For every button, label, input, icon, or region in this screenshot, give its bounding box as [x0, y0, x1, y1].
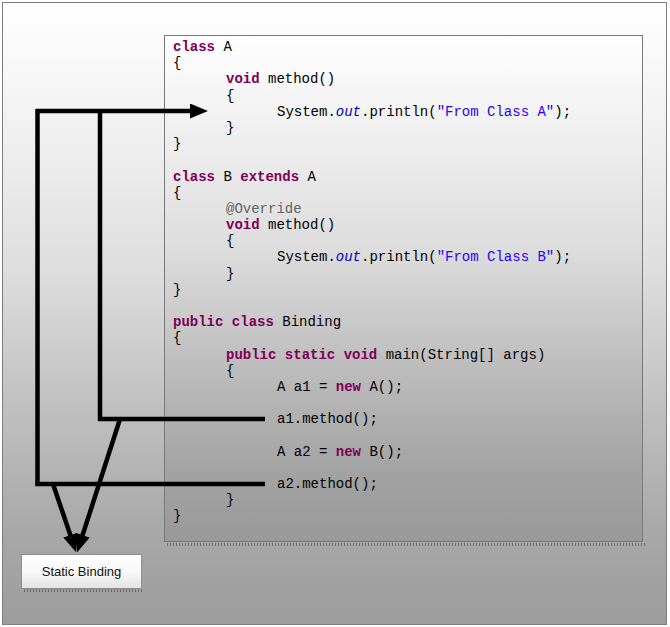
code-line: } — [173, 120, 642, 136]
code-token-pl: } — [173, 282, 181, 298]
code-line: a2.method(); — [173, 476, 642, 492]
code-line: { — [173, 88, 642, 104]
code-token-pl: System. — [277, 104, 336, 120]
code-line: class B extends A — [173, 169, 642, 185]
code-line — [173, 428, 642, 444]
code-line: } — [173, 266, 642, 282]
code-line — [173, 298, 642, 314]
code-token-pl: { — [173, 330, 181, 346]
code-line: { — [173, 330, 642, 346]
code-token-pl: A(); — [361, 379, 403, 395]
code-lines: class A{void method(){System.out.println… — [173, 39, 642, 525]
code-line: void method() — [173, 217, 642, 233]
code-token-kw: void — [226, 217, 260, 233]
static-binding-label-box: Static Binding — [21, 554, 142, 589]
code-line: { — [173, 233, 642, 249]
code-token-kw: class — [173, 39, 215, 55]
code-token-pl: } — [173, 136, 181, 152]
code-token-kw: static — [285, 347, 335, 363]
code-token-pl: A a2 = — [277, 444, 336, 460]
code-token-fld: out — [336, 104, 361, 120]
code-token-kw: class — [232, 314, 274, 330]
code-line: A a2 = new B(); — [173, 444, 642, 460]
code-token-str: "From Class B" — [437, 249, 555, 265]
code-line — [173, 395, 642, 411]
code-line: { — [173, 363, 642, 379]
code-token-pl: .println( — [361, 104, 437, 120]
code-token-kw: new — [336, 444, 361, 460]
code-line: void method() — [173, 71, 642, 87]
code-token-pl: { — [173, 55, 181, 71]
code-token-kw: class — [173, 169, 215, 185]
code-line: } — [173, 492, 642, 508]
code-token-kw: void — [226, 71, 260, 87]
code-token-kw: public — [226, 347, 276, 363]
code-line: System.out.println("From Class B"); — [173, 249, 642, 265]
label-box-shadow — [24, 589, 143, 592]
code-line: @Override — [173, 201, 642, 217]
code-token-pl: B(); — [361, 444, 403, 460]
code-line: A a1 = new A(); — [173, 379, 642, 395]
code-token-pl: A a1 = — [277, 379, 336, 395]
code-line: System.out.println("From Class A"); — [173, 104, 642, 120]
static-binding-label: Static Binding — [42, 564, 122, 579]
code-token-pl: } — [226, 120, 234, 136]
code-token-pl: } — [226, 492, 234, 508]
code-token-pl: } — [226, 266, 234, 282]
code-token-pl: System. — [277, 249, 336, 265]
code-token-str: "From Class A" — [437, 104, 555, 120]
code-token-kw: new — [336, 379, 361, 395]
code-token-pl: ); — [554, 104, 571, 120]
code-token-pl: method() — [260, 217, 336, 233]
code-token-kw: extends — [240, 169, 299, 185]
code-token-pl: a1.method(); — [277, 411, 378, 427]
code-token-pl: main(String[] args) — [377, 347, 545, 363]
code-line — [173, 460, 642, 476]
code-token-pl: a2.method(); — [277, 476, 378, 492]
code-token-pl: method() — [260, 71, 336, 87]
code-line: { — [173, 55, 642, 71]
code-token-pl: .println( — [361, 249, 437, 265]
code-token-pl: { — [226, 88, 234, 104]
code-token-pl: { — [226, 363, 234, 379]
code-line: } — [173, 136, 642, 152]
code-token-pl: } — [173, 508, 181, 524]
code-panel-shadow — [167, 543, 645, 546]
code-line — [173, 152, 642, 168]
code-token-fld: out — [336, 249, 361, 265]
code-token-pl: { — [173, 185, 181, 201]
code-token-kw: public — [173, 314, 223, 330]
code-token-pl — [335, 347, 343, 363]
code-line: public class Binding — [173, 314, 642, 330]
code-token-pl: Binding — [274, 314, 341, 330]
code-token-pl: B — [215, 169, 240, 185]
code-line: class A — [173, 39, 642, 55]
code-line: a1.method(); — [173, 411, 642, 427]
code-token-pl — [276, 347, 284, 363]
code-line: public static void main(String[] args) — [173, 347, 642, 363]
code-line: } — [173, 282, 642, 298]
code-token-pl: A — [215, 39, 232, 55]
code-token-ann: @Override — [226, 201, 302, 217]
code-token-pl — [223, 314, 231, 330]
static-binding-diagram: class A{void method(){System.out.println… — [0, 0, 670, 627]
code-panel: class A{void method(){System.out.println… — [164, 35, 643, 542]
code-token-pl: A — [299, 169, 316, 185]
code-token-kw: void — [344, 347, 378, 363]
code-line: { — [173, 185, 642, 201]
code-token-pl: ); — [554, 249, 571, 265]
code-token-pl: { — [226, 233, 234, 249]
code-line: } — [173, 508, 642, 524]
